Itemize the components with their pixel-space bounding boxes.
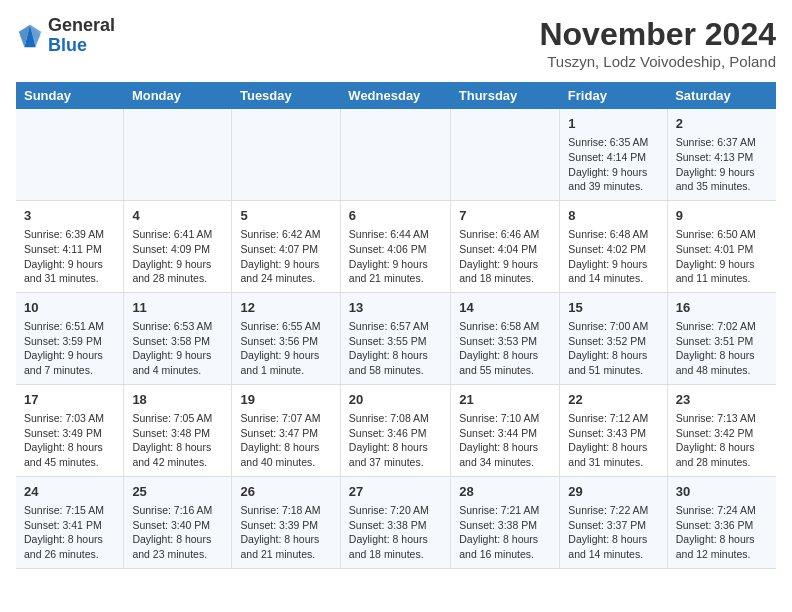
calendar-cell-w1d2 [124,109,232,200]
day-number: 16 [676,299,768,317]
day-number: 3 [24,207,115,225]
calendar-cell-w2d7: 9Sunrise: 6:50 AMSunset: 4:01 PMDaylight… [667,200,776,292]
day-info: Sunrise: 7:15 AM [24,504,104,516]
week-row-1: 1Sunrise: 6:35 AMSunset: 4:14 PMDaylight… [16,109,776,200]
day-info: Daylight: 9 hours and 14 minutes. [568,258,647,285]
day-number: 9 [676,207,768,225]
day-info: Sunset: 4:02 PM [568,243,646,255]
day-info: Sunset: 3:46 PM [349,427,427,439]
day-info: Sunset: 3:36 PM [676,519,754,531]
page-header: General Blue November 2024 Tuszyn, Lodz … [16,16,776,70]
calendar-cell-w5d4: 27Sunrise: 7:20 AMSunset: 3:38 PMDayligh… [340,476,450,568]
day-number: 2 [676,115,768,133]
day-info: Sunrise: 6:50 AM [676,228,756,240]
calendar-cell-w4d3: 19Sunrise: 7:07 AMSunset: 3:47 PMDayligh… [232,384,340,476]
col-saturday: Saturday [667,82,776,109]
day-info: Sunset: 4:04 PM [459,243,537,255]
day-info: Sunrise: 7:00 AM [568,320,648,332]
day-info: Daylight: 9 hours and 1 minute. [240,349,319,376]
calendar-cell-w1d4 [340,109,450,200]
day-info: Daylight: 8 hours and 16 minutes. [459,533,538,560]
day-number: 7 [459,207,551,225]
col-monday: Monday [124,82,232,109]
day-info: Sunrise: 6:39 AM [24,228,104,240]
week-row-4: 17Sunrise: 7:03 AMSunset: 3:49 PMDayligh… [16,384,776,476]
day-info: Sunrise: 7:20 AM [349,504,429,516]
day-info: Sunset: 4:11 PM [24,243,102,255]
day-info: Sunset: 3:42 PM [676,427,754,439]
calendar-cell-w3d1: 10Sunrise: 6:51 AMSunset: 3:59 PMDayligh… [16,292,124,384]
day-info: Daylight: 8 hours and 31 minutes. [568,441,647,468]
day-info: Sunset: 3:53 PM [459,335,537,347]
calendar-cell-w2d4: 6Sunrise: 6:44 AMSunset: 4:06 PMDaylight… [340,200,450,292]
day-info: Sunrise: 6:51 AM [24,320,104,332]
day-info: Sunrise: 7:24 AM [676,504,756,516]
day-info: Daylight: 8 hours and 28 minutes. [676,441,755,468]
calendar-cell-w5d1: 24Sunrise: 7:15 AMSunset: 3:41 PMDayligh… [16,476,124,568]
day-info: Daylight: 8 hours and 23 minutes. [132,533,211,560]
day-info: Sunrise: 6:55 AM [240,320,320,332]
calendar-cell-w2d3: 5Sunrise: 6:42 AMSunset: 4:07 PMDaylight… [232,200,340,292]
day-number: 28 [459,483,551,501]
day-info: Sunset: 3:41 PM [24,519,102,531]
day-number: 8 [568,207,658,225]
day-info: Sunset: 3:47 PM [240,427,318,439]
day-number: 20 [349,391,442,409]
day-info: Daylight: 8 hours and 51 minutes. [568,349,647,376]
calendar-cell-w5d2: 25Sunrise: 7:16 AMSunset: 3:40 PMDayligh… [124,476,232,568]
day-info: Sunrise: 6:57 AM [349,320,429,332]
day-info: Sunset: 3:59 PM [24,335,102,347]
day-number: 24 [24,483,115,501]
day-info: Daylight: 9 hours and 11 minutes. [676,258,755,285]
calendar-cell-w3d3: 12Sunrise: 6:55 AMSunset: 3:56 PMDayligh… [232,292,340,384]
day-info: Sunset: 3:38 PM [349,519,427,531]
calendar-cell-w2d6: 8Sunrise: 6:48 AMSunset: 4:02 PMDaylight… [560,200,667,292]
day-number: 27 [349,483,442,501]
calendar-cell-w3d7: 16Sunrise: 7:02 AMSunset: 3:51 PMDayligh… [667,292,776,384]
day-info: Sunset: 3:58 PM [132,335,210,347]
day-info: Daylight: 8 hours and 14 minutes. [568,533,647,560]
day-info: Sunrise: 7:05 AM [132,412,212,424]
day-info: Sunset: 3:56 PM [240,335,318,347]
day-info: Sunset: 3:43 PM [568,427,646,439]
day-info: Daylight: 9 hours and 39 minutes. [568,166,647,193]
day-number: 5 [240,207,331,225]
col-thursday: Thursday [451,82,560,109]
day-number: 25 [132,483,223,501]
logo-blue: Blue [48,35,87,55]
day-info: Sunrise: 6:58 AM [459,320,539,332]
day-info: Sunrise: 6:35 AM [568,136,648,148]
calendar-cell-w1d6: 1Sunrise: 6:35 AMSunset: 4:14 PMDaylight… [560,109,667,200]
calendar-header: Sunday Monday Tuesday Wednesday Thursday… [16,82,776,109]
day-info: Daylight: 8 hours and 21 minutes. [240,533,319,560]
day-info: Daylight: 8 hours and 45 minutes. [24,441,103,468]
day-info: Sunrise: 7:18 AM [240,504,320,516]
title-section: November 2024 Tuszyn, Lodz Voivodeship, … [539,16,776,70]
day-number: 19 [240,391,331,409]
calendar-cell-w5d5: 28Sunrise: 7:21 AMSunset: 3:38 PMDayligh… [451,476,560,568]
day-info: Sunrise: 7:16 AM [132,504,212,516]
day-info: Sunset: 4:07 PM [240,243,318,255]
day-info: Daylight: 9 hours and 24 minutes. [240,258,319,285]
day-info: Daylight: 9 hours and 18 minutes. [459,258,538,285]
day-info: Daylight: 8 hours and 40 minutes. [240,441,319,468]
day-info: Sunrise: 7:22 AM [568,504,648,516]
calendar-cell-w2d1: 3Sunrise: 6:39 AMSunset: 4:11 PMDaylight… [16,200,124,292]
day-info: Sunset: 4:06 PM [349,243,427,255]
month-title: November 2024 [539,16,776,53]
day-info: Daylight: 9 hours and 31 minutes. [24,258,103,285]
day-info: Sunrise: 6:41 AM [132,228,212,240]
day-info: Sunset: 3:44 PM [459,427,537,439]
day-info: Daylight: 8 hours and 18 minutes. [349,533,428,560]
day-number: 30 [676,483,768,501]
day-info: Sunrise: 7:03 AM [24,412,104,424]
day-number: 26 [240,483,331,501]
day-info: Sunset: 3:37 PM [568,519,646,531]
day-number: 6 [349,207,442,225]
day-info: Sunrise: 6:53 AM [132,320,212,332]
day-info: Daylight: 9 hours and 28 minutes. [132,258,211,285]
day-info: Sunrise: 6:37 AM [676,136,756,148]
day-info: Sunrise: 6:42 AM [240,228,320,240]
day-info: Sunset: 3:49 PM [24,427,102,439]
calendar-cell-w3d4: 13Sunrise: 6:57 AMSunset: 3:55 PMDayligh… [340,292,450,384]
